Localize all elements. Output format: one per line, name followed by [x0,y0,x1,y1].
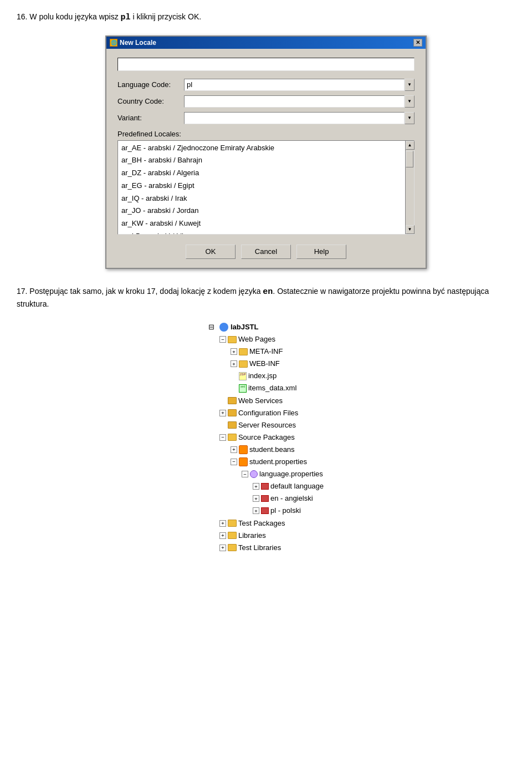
tree-item[interactable]: +Libraries [208,530,324,542]
list-item[interactable]: ar_JO - arabski / Jordan [119,205,404,217]
step16-code: pl [121,13,131,22]
tree-item-label: Libraries [238,530,266,542]
help-button[interactable]: Help [296,245,346,259]
tree-item[interactable]: +Test Libraries [208,542,324,554]
collapse-icon[interactable]: − [231,459,237,465]
dialog-title: New Locale [120,39,156,47]
tree-root: ⊟ labJSTL [208,321,324,333]
tree-item[interactable]: +pl - polski [208,505,324,517]
tree-item[interactable]: +Configuration Files [208,407,324,419]
dialog-container: 🌐 New Locale ✕ Language Code: ▼ Country … [17,35,515,269]
new-locale-dialog: 🌐 New Locale ✕ Language Code: ▼ Country … [105,35,427,269]
tree-item[interactable]: +default language [208,480,324,492]
tree-container: ⊟ labJSTL −Web Pages+META-INF+WEB-INFJSP… [17,321,515,554]
list-item[interactable]: ar_AE - arabski / Zjednoczone Emiraty Ar… [119,142,404,155]
expand-icon[interactable]: + [231,360,237,367]
folder-icon [228,336,237,343]
expand-icon[interactable]: + [219,410,226,416]
tree-item[interactable]: +Test Packages [208,517,324,530]
tree-item[interactable]: −Web Pages [208,333,324,345]
expand-icon[interactable]: + [253,483,259,490]
root-expand-minus: ⊟ [208,321,217,333]
expand-icon[interactable]: + [253,507,259,514]
tree-item[interactable]: +META-INF [208,345,324,358]
country-code-dropdown[interactable]: ▼ [405,95,415,108]
tree-item[interactable]: Server Resources [208,419,324,431]
collapse-icon[interactable]: − [219,336,226,343]
list-item[interactable]: ar_KW - arabski / Kuwejt [119,217,404,230]
folder-icon [228,434,237,441]
tree-item[interactable]: +en - angielski [208,492,324,505]
locales-listbox-container: ar_AE - arabski / Zjednoczone Emiraty Ar… [117,140,415,235]
tree-item-label: student.properties [249,456,307,468]
list-item[interactable]: ar_DZ - arabski / Algeria [119,167,404,180]
tree-item-label: Web Services [238,395,283,407]
folder-icon [228,544,237,551]
folder-icon [239,360,248,368]
no-expand-icon [231,385,237,392]
step17-code: en [263,287,273,297]
collapse-icon[interactable]: − [219,434,226,441]
expand-icon[interactable]: + [231,348,237,355]
step16-text: 16. W polu kodu języka wpisz pl i klikni… [17,11,515,24]
collapse-icon[interactable]: − [242,471,248,477]
locales-listbox[interactable]: ar_AE - arabski / Zjednoczone Emiraty Ar… [118,141,405,234]
language-code-input[interactable] [184,79,405,91]
expand-icon[interactable]: + [219,545,226,551]
tree-item[interactable]: −Source Packages [208,431,324,444]
tree-item[interactable]: Web Services [208,395,324,407]
tree-item[interactable]: +WEB-INF [208,358,324,370]
tree-item-label: META-INF [249,345,283,358]
no-expand-icon [231,373,237,379]
no-expand-icon [219,398,226,404]
tree-item[interactable]: +student.beans [208,444,324,456]
tree-item[interactable]: JSPindex.jsp [208,370,324,382]
folder-icon [228,532,237,539]
expand-icon[interactable]: + [253,495,259,502]
scroll-up-arrow[interactable]: ▲ [406,141,415,150]
scroll-down-arrow[interactable]: ▼ [406,225,415,234]
tree-item-label: Test Packages [238,517,285,530]
country-code-input-container: ▼ [184,95,415,108]
tree-item-label: student.beans [249,444,295,456]
list-item[interactable]: ar_EG - arabski / Egipt [119,180,404,192]
scroll-thumb[interactable] [406,151,413,167]
xml-icon: xml [239,384,247,393]
variant-input[interactable] [184,112,405,124]
titlebar-left: 🌐 New Locale [110,39,156,47]
step17-text: 17. Postępując tak samo, jak w kroku 17,… [17,286,515,311]
project-tree: ⊟ labJSTL −Web Pages+META-INF+WEB-INFJSP… [208,321,324,554]
tree-item-label: Server Resources [238,419,296,431]
language-code-dropdown[interactable]: ▼ [405,79,415,91]
dialog-title-icon: 🌐 [110,39,117,47]
expand-icon[interactable]: + [219,532,226,539]
ok-button[interactable]: OK [186,245,236,259]
expand-icon[interactable]: + [231,446,237,453]
list-item[interactable]: ar_IQ - arabski / Irak [119,192,404,205]
tree-item-label: default language [270,480,324,492]
tree-item-label: Configuration Files [238,407,298,419]
dialog-body: Language Code: ▼ Country Code: ▼ Variant… [106,49,426,268]
variant-input-container: ▼ [184,112,415,124]
folder-gear-icon [228,421,237,429]
root-label[interactable]: labJSTL [231,321,259,333]
list-item[interactable]: ar_LB - arabski / Liban [119,230,404,233]
language-code-input-container: ▼ [184,79,415,91]
tree-item-label: items_data.xml [248,382,296,394]
country-code-input[interactable] [184,95,405,108]
close-button[interactable]: ✕ [413,39,422,47]
no-expand-icon [219,422,226,429]
beans-icon [239,445,248,454]
language-code-label: Language Code: [117,80,184,89]
tree-item[interactable]: −language.properties [208,468,324,480]
cancel-button[interactable]: Cancel [241,245,291,259]
tree-item[interactable]: −student.properties [208,456,324,468]
tree-items-container: −Web Pages+META-INF+WEB-INFJSPindex.jspx… [208,333,324,554]
tree-item-label: WEB-INF [249,358,280,370]
variant-dropdown[interactable]: ▼ [405,112,415,124]
tree-item-label: Test Libraries [238,542,281,554]
tree-item-label: pl - polski [270,505,301,517]
expand-icon[interactable]: + [219,520,226,527]
tree-item[interactable]: xmlitems_data.xml [208,382,324,394]
list-item[interactable]: ar_BH - arabski / Bahrajn [119,154,404,167]
